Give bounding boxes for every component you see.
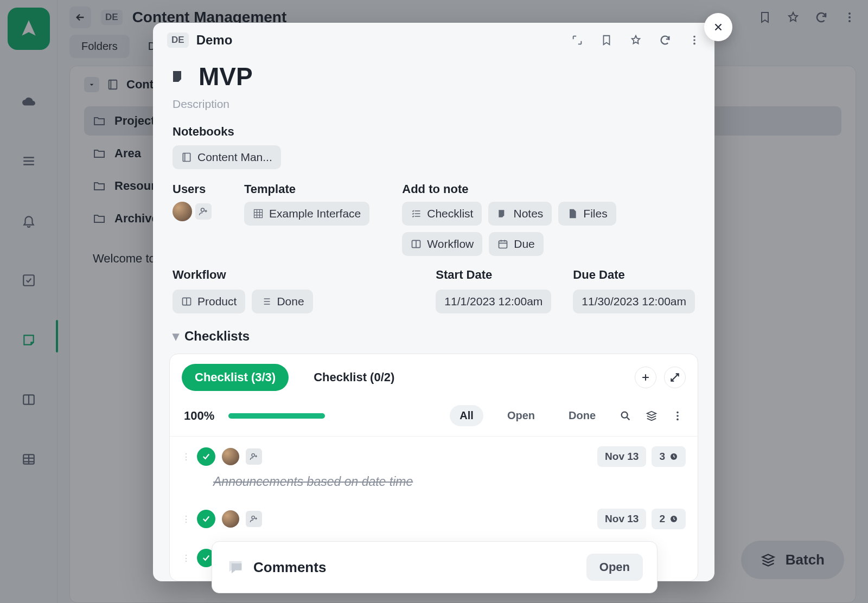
svg-point-16 [622, 412, 628, 418]
template-chip[interactable]: Example Interface [244, 202, 369, 226]
expand-icon[interactable] [571, 34, 583, 46]
svg-rect-12 [254, 210, 263, 218]
drag-handle-icon[interactable]: ⋮ [182, 553, 190, 563]
svg-point-8 [693, 39, 695, 41]
comments-title: Comments [253, 559, 326, 576]
description-field[interactable]: Description [153, 94, 714, 120]
svg-rect-10 [183, 153, 190, 162]
due-date-value[interactable]: 11/30/2023 12:00am [573, 290, 695, 313]
modal-workspace-tag: DE [167, 33, 189, 48]
template-chip-label: Example Interface [269, 207, 361, 220]
svg-point-9 [693, 43, 695, 45]
filter-done[interactable]: Done [559, 405, 605, 426]
note-type-icon [170, 68, 187, 85]
star-icon[interactable] [630, 34, 642, 46]
label-start-date: Start Date [436, 268, 551, 282]
caret-down-icon: ▾ [173, 329, 179, 344]
drag-handle-icon[interactable]: ⋮ [182, 514, 190, 524]
assignee-avatar[interactable] [222, 510, 239, 528]
chip-label: Due [514, 238, 535, 251]
add-checklist-chip[interactable]: Checklist [402, 202, 482, 226]
item-date[interactable]: Nov 13 [597, 509, 646, 529]
comments-open-button[interactable]: Open [586, 554, 643, 581]
refresh-icon[interactable] [659, 34, 671, 46]
svg-point-7 [693, 36, 695, 38]
label-template: Template [244, 182, 369, 196]
add-checklist-button[interactable] [635, 367, 656, 388]
svg-rect-14 [499, 241, 507, 248]
label-notebooks: Notebooks [153, 120, 714, 143]
expand-checklist-button[interactable] [664, 367, 686, 388]
svg-point-11 [201, 208, 205, 211]
label-due-date: Due Date [573, 268, 695, 282]
drag-handle-icon[interactable]: ⋮ [182, 452, 190, 462]
chip-label: Workflow [427, 238, 474, 251]
add-assignee-button[interactable] [246, 448, 262, 465]
note-modal: DE Demo MVP Description Notebooks Conten… [153, 23, 714, 581]
checklist-item: ⋮ Nov 13 3 Announcements based on date t… [170, 437, 698, 499]
checklist-tab-2[interactable]: Checklist (0/2) [301, 364, 407, 391]
checklist-tab-1[interactable]: Checklist (3/3) [182, 364, 289, 391]
comments-panel: Comments Open [212, 541, 658, 593]
workflow-board-chip[interactable]: Product [173, 290, 245, 313]
add-user-button[interactable] [195, 203, 212, 220]
item-date[interactable]: Nov 13 [597, 446, 646, 467]
count-value: 3 [659, 451, 665, 463]
progress-percent: 100% [184, 409, 214, 423]
svg-point-19 [676, 418, 679, 420]
more-icon[interactable] [688, 34, 700, 46]
progress-bar [228, 413, 325, 419]
svg-point-22 [252, 516, 254, 519]
add-assignee-button[interactable] [246, 511, 262, 527]
done-check-icon[interactable] [197, 447, 215, 466]
chip-label: Done [277, 295, 304, 308]
checklist-item: ⋮ Nov 13 2 [170, 499, 698, 539]
start-date-value[interactable]: 11/1/2023 12:00am [436, 290, 551, 313]
assignee-avatar[interactable] [222, 448, 239, 465]
comments-icon [226, 558, 245, 576]
notebook-chip-label: Content Man... [197, 151, 272, 164]
user-avatar[interactable] [173, 202, 192, 221]
add-notes-chip[interactable]: Notes [488, 202, 552, 226]
bookmark-icon[interactable] [601, 34, 612, 46]
svg-point-20 [252, 454, 254, 457]
filter-open[interactable]: Open [497, 405, 545, 426]
svg-point-18 [676, 415, 679, 417]
count-value: 2 [659, 513, 665, 525]
checklists-toggle[interactable]: ▾ Checklists [153, 317, 714, 349]
checklists-label: Checklists [184, 329, 250, 344]
label-users: Users [173, 182, 212, 196]
note-title[interactable]: MVP [199, 62, 253, 91]
modal-workspace-name[interactable]: Demo [196, 33, 233, 48]
chip-label: Files [583, 207, 607, 220]
item-count[interactable]: 3 [652, 446, 686, 467]
label-add-to-note: Add to note [402, 182, 695, 196]
filter-all[interactable]: All [450, 405, 483, 426]
add-due-chip[interactable]: Due [489, 232, 544, 256]
item-text[interactable]: Announcements based on date time [213, 474, 686, 489]
label-workflow: Workflow [173, 268, 414, 282]
close-modal-button[interactable] [704, 13, 732, 41]
notebook-chip[interactable]: Content Man... [173, 145, 281, 169]
done-check-icon[interactable] [197, 510, 215, 528]
chip-label: Product [197, 295, 237, 308]
more-icon[interactable] [672, 410, 684, 422]
add-files-chip[interactable]: Files [558, 202, 616, 226]
chip-label: Notes [513, 207, 543, 220]
layers-icon[interactable] [646, 410, 658, 422]
item-count[interactable]: 2 [652, 509, 686, 529]
add-workflow-chip[interactable]: Workflow [402, 232, 482, 256]
chip-label: Checklist [427, 207, 473, 220]
search-icon[interactable] [620, 410, 631, 422]
svg-point-17 [676, 411, 679, 413]
workflow-status-chip[interactable]: Done [252, 290, 312, 313]
